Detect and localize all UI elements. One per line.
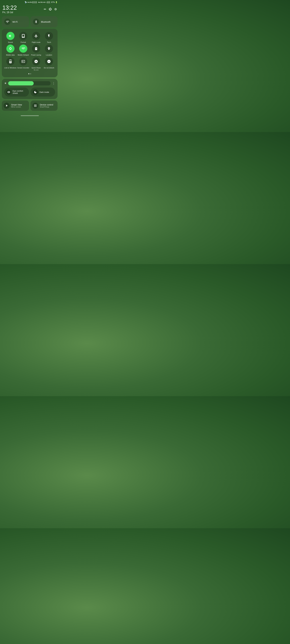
portrait-tile[interactable]: Portrait bbox=[17, 32, 29, 43]
power-saving-tile[interactable]: Power saving bbox=[30, 44, 42, 56]
dot-1 bbox=[28, 73, 29, 74]
flight-tile[interactable]: Flight mode bbox=[30, 32, 42, 43]
quick-share-tile[interactable]: Quick Share No one bbox=[30, 57, 42, 71]
mobile-hotspot-icon bbox=[19, 44, 27, 53]
torch-label: Torch bbox=[47, 41, 51, 43]
sound-tile[interactable]: Sound bbox=[4, 32, 17, 43]
bluetooth-tile[interactable]: Bluetooth bbox=[31, 16, 58, 27]
page-dots bbox=[4, 73, 55, 74]
dark-mode-label: Dark mode bbox=[40, 91, 49, 93]
volte1-label: VoLTE1 bbox=[27, 2, 32, 3]
device-control-text: Device control SmartThings bbox=[40, 104, 53, 108]
do-not-disturb-icon bbox=[45, 57, 53, 66]
clock: 13:22 bbox=[3, 4, 17, 11]
do-not-disturb-label: Do not disturb bbox=[44, 67, 54, 69]
time-date: 13:22 Fri, 19 Jul bbox=[3, 4, 17, 14]
status-icons: 📡 VoLTE1 ▎▎▎▎ VoLTE2 4G+ ↕▎▎▎ 87% 🔋 bbox=[25, 1, 58, 3]
device-control-icon bbox=[32, 103, 38, 109]
smart-view-tile[interactable]: Smart View Mirror screen bbox=[2, 100, 29, 111]
battery-percentage: 87% bbox=[51, 1, 55, 3]
device-control-sub: SmartThings bbox=[40, 106, 53, 108]
screen-recorder-icon bbox=[19, 57, 27, 66]
portrait-icon bbox=[19, 32, 27, 40]
torch-icon bbox=[45, 32, 53, 40]
header: 13:22 Fri, 19 Jul ✏ ⏻ ⚙ bbox=[0, 4, 59, 16]
nav-bar bbox=[0, 112, 59, 118]
signal1-icon: ▎▎▎▎ bbox=[33, 1, 38, 3]
mobile-data-label: Mobile data bbox=[6, 54, 15, 56]
quick-share-icon bbox=[32, 57, 40, 66]
wifi-icon bbox=[4, 18, 11, 25]
dot-2 bbox=[30, 73, 31, 74]
comfort-row: Eye comfort shield Dark mode bbox=[4, 88, 55, 96]
signal2-icon: ↕▎▎▎ bbox=[46, 1, 51, 3]
portrait-label: Portrait bbox=[21, 41, 26, 43]
torch-tile[interactable]: Torch bbox=[43, 32, 55, 43]
quick-share-label: Quick Share No one bbox=[32, 67, 41, 71]
link-windows-icon bbox=[6, 57, 15, 66]
smart-view-label: Smart View bbox=[11, 104, 22, 106]
eye-comfort-button[interactable]: Eye comfort shield bbox=[4, 88, 29, 96]
power-saving-icon bbox=[32, 44, 40, 53]
brightness-fill bbox=[8, 81, 34, 86]
device-control-label: Device control bbox=[40, 104, 53, 106]
bluetooth-label: Bluetooth bbox=[41, 20, 51, 23]
mobile-hotspot-label: Mobile Hotspot bbox=[18, 54, 29, 56]
location-label: Location bbox=[46, 54, 52, 56]
sound-label: Sound bbox=[8, 41, 13, 43]
4g-label: 4G+ bbox=[43, 2, 46, 3]
home-gesture[interactable] bbox=[21, 115, 39, 116]
dark-mode-icon bbox=[33, 89, 38, 95]
do-not-disturb-tile[interactable]: Do not disturb bbox=[43, 57, 55, 71]
dark-mode-button[interactable]: Dark mode bbox=[31, 88, 55, 96]
brightness-row: ☀ ⋮ bbox=[4, 81, 55, 86]
bottom-row: Smart View Mirror screen Device control … bbox=[0, 100, 59, 111]
location-tile[interactable]: Location bbox=[43, 44, 55, 56]
screen-recorder-tile[interactable]: Screen recorder bbox=[17, 57, 29, 71]
brightness-panel: ☀ ⋮ Eye comfort shield Dark mode bbox=[2, 79, 58, 99]
volte2-label: VoLTE2 bbox=[38, 2, 43, 3]
brightness-more-icon[interactable]: ⋮ bbox=[52, 82, 55, 85]
screen-recorder-label: Screen recorder bbox=[17, 67, 29, 69]
edit-icon[interactable]: ✏ bbox=[44, 8, 46, 11]
mobile-hotspot-tile[interactable]: Mobile Hotspot bbox=[17, 44, 29, 56]
quick-panel: Sound Portrait Flight mode bbox=[2, 29, 58, 77]
wifi-label: Wi-Fi bbox=[12, 20, 18, 23]
eye-comfort-label: Eye comfort shield bbox=[13, 90, 27, 94]
smart-view-text: Smart View Mirror screen bbox=[11, 104, 22, 108]
location-icon bbox=[45, 44, 53, 53]
wifi-tile[interactable]: Wi-Fi bbox=[2, 16, 29, 27]
flight-label: Flight mode bbox=[32, 41, 40, 43]
smart-view-sub: Mirror screen bbox=[11, 106, 22, 108]
flight-icon bbox=[32, 32, 40, 40]
mobile-data-icon bbox=[6, 44, 15, 53]
wifi-status-icon: 📡 bbox=[25, 1, 27, 3]
status-bar: 📡 VoLTE1 ▎▎▎▎ VoLTE2 4G+ ↕▎▎▎ 87% 🔋 bbox=[0, 0, 59, 4]
power-saving-label: Power saving bbox=[31, 54, 41, 56]
device-control-tile[interactable]: Device control SmartThings bbox=[31, 100, 58, 111]
date: Fri, 19 Jul bbox=[3, 11, 17, 14]
battery-icon: 🔋 bbox=[55, 1, 58, 3]
brightness-slider[interactable] bbox=[8, 81, 51, 86]
link-windows-tile[interactable]: Link to Windows bbox=[4, 57, 17, 71]
tiles-grid: Sound Portrait Flight mode bbox=[4, 32, 55, 71]
sound-icon bbox=[6, 32, 15, 40]
smart-view-icon bbox=[4, 103, 10, 109]
mobile-data-tile[interactable]: Mobile data bbox=[4, 44, 17, 56]
connectivity-tiles: Wi-Fi Bluetooth bbox=[0, 16, 59, 27]
eye-comfort-icon bbox=[6, 89, 11, 95]
link-windows-label: Link to Windows bbox=[5, 67, 17, 69]
bluetooth-icon bbox=[33, 18, 39, 25]
brightness-icon: ☀ bbox=[4, 82, 7, 85]
power-icon[interactable]: ⏻ bbox=[49, 8, 52, 11]
settings-icon[interactable]: ⚙ bbox=[54, 8, 57, 11]
quick-share-sub: No one bbox=[34, 69, 39, 71]
header-actions: ✏ ⏻ ⚙ bbox=[44, 8, 57, 11]
